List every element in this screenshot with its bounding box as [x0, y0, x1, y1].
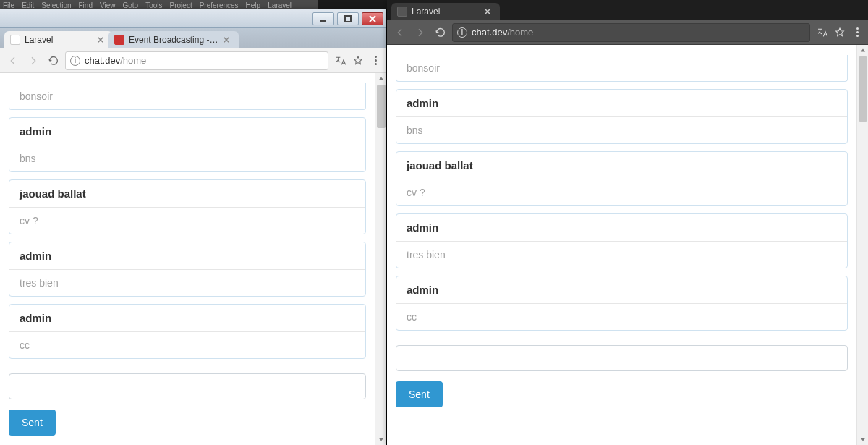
menu-edit[interactable]: Edit [22, 1, 34, 9]
tab-strip: Laravel [387, 0, 868, 20]
chat-user: jaouad ballat [9, 180, 365, 207]
chrome-menu-button[interactable] [851, 27, 864, 37]
vertical-scrollbar[interactable] [856, 45, 868, 445]
page-favicon-icon [397, 7, 407, 17]
chat-body: cv ? [396, 179, 847, 205]
tab-close-button[interactable] [95, 35, 106, 45]
window-close-button[interactable] [362, 12, 383, 25]
nav-forward-button[interactable] [25, 52, 42, 69]
chat-input[interactable] [396, 345, 848, 371]
tab-close-button[interactable] [482, 7, 493, 17]
url-text: chat.dev/home [85, 55, 146, 66]
chat-user: admin [396, 90, 847, 116]
menu-find[interactable]: Find [79, 1, 93, 9]
nav-back-button[interactable] [4, 52, 22, 69]
chat-input[interactable] [9, 373, 366, 399]
nav-forward-button[interactable] [412, 24, 429, 41]
menu-view[interactable]: View [100, 1, 116, 9]
translate-icon[interactable] [816, 26, 829, 39]
scrollbar-up-icon[interactable] [857, 45, 868, 56]
menu-preferences[interactable]: Preferences [200, 1, 239, 9]
chat-body: bns [396, 116, 847, 143]
nav-back-button[interactable] [391, 24, 409, 41]
nav-reload-button[interactable] [432, 24, 449, 41]
chat-body: bns [9, 145, 365, 171]
page-favicon-icon [114, 35, 124, 45]
chrome-menu-button[interactable] [369, 56, 382, 65]
address-bar-row: i chat.dev/home [387, 20, 868, 45]
bookmark-star-icon[interactable] [352, 54, 365, 67]
chat-message: admin tres bien [9, 242, 366, 297]
chat-user: admin [9, 118, 365, 145]
chat-user: admin [9, 305, 365, 331]
scrollbar-down-icon[interactable] [857, 433, 868, 445]
site-info-icon[interactable]: i [70, 56, 80, 66]
chat-body: cv ? [9, 207, 365, 234]
chat-body: cc [396, 303, 847, 330]
chat-message: jaouad ballat cv ? [9, 179, 366, 234]
scrollbar-thumb[interactable] [377, 85, 386, 128]
scrollbar-thumb[interactable] [859, 56, 867, 122]
tab-strip: Laravel Event Broadcasting - Lar… [0, 28, 386, 48]
bookmark-star-icon[interactable] [833, 26, 846, 39]
browser-window-right: Laravel i chat.dev/home [387, 0, 868, 445]
chat-message: bonsoir [9, 83, 366, 110]
scrollbar-down-icon[interactable] [375, 433, 386, 445]
address-bar[interactable]: i chat.dev/home [65, 51, 328, 70]
send-button[interactable]: Sent [396, 381, 443, 407]
address-bar-row: i chat.dev/home [0, 48, 386, 73]
menu-project[interactable]: Project [170, 1, 192, 9]
window-titlebar [0, 9, 386, 28]
chat-body: tres bien [396, 241, 847, 268]
nav-reload-button[interactable] [45, 52, 62, 69]
translate-icon[interactable] [334, 54, 347, 67]
page-viewport: bonsoir admin bns jaouad ballat cv ? adm… [0, 73, 386, 445]
send-button[interactable]: Sent [9, 410, 56, 436]
menu-laravel[interactable]: Laravel [268, 1, 292, 9]
chat-user: admin [396, 276, 847, 303]
chat-user: jaouad ballat [396, 152, 847, 179]
chat-body: cc [9, 331, 365, 358]
page-favicon-icon [10, 35, 20, 45]
vertical-scrollbar[interactable] [375, 73, 386, 445]
chat-user: admin [396, 214, 847, 241]
chat-message: jaouad ballat cv ? [396, 151, 848, 206]
address-actions [334, 54, 382, 67]
chat-message: admin bns [9, 117, 366, 172]
chat-message: admin cc [9, 304, 366, 359]
chat-user: admin [9, 242, 365, 269]
menu-goto[interactable]: Goto [122, 1, 138, 9]
address-bar[interactable]: i chat.dev/home [452, 23, 810, 42]
svg-rect-0 [345, 16, 351, 22]
tab-laravel[interactable]: Laravel [4, 31, 113, 48]
chat-message: admin bns [396, 89, 848, 144]
site-info-icon[interactable]: i [457, 27, 467, 38]
url-text: chat.dev/home [472, 27, 533, 38]
chat-message: bonsoir [396, 55, 848, 82]
browser-window-left: Laravel Event Broadcasting - Lar… i chat… [0, 9, 387, 445]
window-maximize-button[interactable] [337, 12, 359, 25]
tab-laravel[interactable]: Laravel [391, 3, 500, 20]
chat-body: bonsoir [9, 83, 365, 109]
chat-body: tres bien [9, 269, 365, 296]
menu-tools[interactable]: Tools [145, 1, 162, 9]
tab-label: Laravel [25, 35, 93, 45]
menu-help[interactable]: Help [246, 1, 261, 9]
tab-close-button[interactable] [221, 35, 231, 45]
address-actions [816, 26, 864, 39]
page-content[interactable]: bonsoir admin bns jaouad ballat cv ? adm… [0, 73, 375, 445]
tab-label: Event Broadcasting - Lar… [129, 35, 218, 45]
scrollbar-up-icon[interactable] [375, 73, 386, 85]
page-viewport: bonsoir admin bns jaouad ballat cv ? adm… [387, 45, 868, 445]
tab-label: Laravel [412, 7, 480, 17]
menu-selection[interactable]: Selection [41, 1, 71, 9]
menu-file[interactable]: File [3, 1, 14, 9]
page-content[interactable]: bonsoir admin bns jaouad ballat cv ? adm… [387, 45, 856, 445]
chat-body: bonsoir [396, 55, 847, 81]
chat-message: admin cc [396, 276, 848, 331]
window-minimize-button[interactable] [312, 12, 334, 25]
chat-message: admin tres bien [396, 213, 848, 268]
tab-event-broadcasting[interactable]: Event Broadcasting - Lar… [109, 31, 239, 48]
